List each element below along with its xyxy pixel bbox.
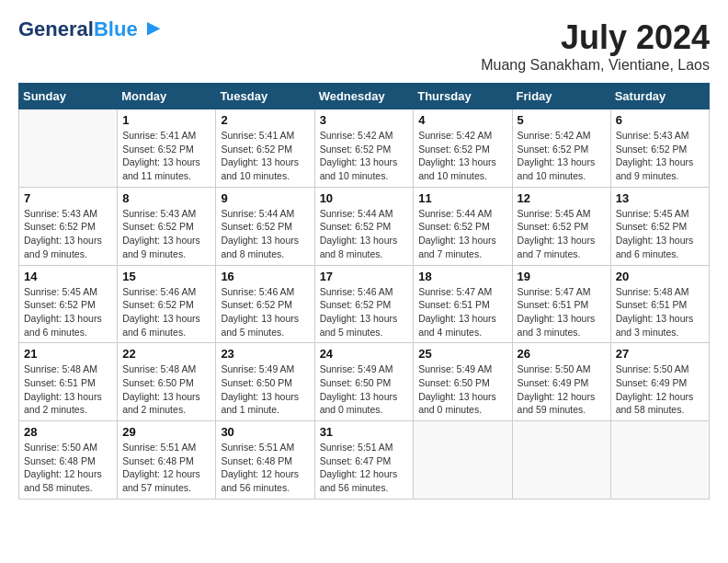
day-info: Sunrise: 5:49 AMSunset: 6:50 PMDaylight:…	[221, 362, 309, 417]
day-info: Sunrise: 5:44 AMSunset: 6:52 PMDaylight:…	[320, 207, 409, 261]
calendar-cell: 21Sunrise: 5:48 AMSunset: 6:51 PMDayligh…	[19, 343, 118, 421]
calendar-cell	[610, 421, 709, 500]
day-info: Sunrise: 5:41 AMSunset: 6:52 PMDaylight:…	[122, 129, 210, 183]
calendar-cell: 25Sunrise: 5:49 AMSunset: 6:50 PMDayligh…	[414, 343, 512, 421]
day-info: Sunrise: 5:44 AMSunset: 6:52 PMDaylight:…	[418, 207, 506, 261]
day-info: Sunrise: 5:49 AMSunset: 6:50 PMDaylight:…	[320, 362, 409, 417]
day-number: 13	[616, 191, 704, 205]
calendar-cell: 11Sunrise: 5:44 AMSunset: 6:52 PMDayligh…	[414, 187, 512, 265]
calendar-cell: 14Sunrise: 5:45 AMSunset: 6:52 PMDayligh…	[19, 265, 118, 343]
day-info: Sunrise: 5:43 AMSunset: 6:52 PMDaylight:…	[616, 129, 704, 183]
calendar-header-row: SundayMondayTuesdayWednesdayThursdayFrid…	[19, 84, 710, 109]
day-info: Sunrise: 5:51 AMSunset: 6:48 PMDaylight:…	[122, 441, 210, 495]
page-header: GeneralBlue July 2024 Muang Sanakham, Vi…	[18, 18, 710, 74]
location: Muang Sanakham, Vientiane, Laos	[481, 57, 710, 74]
day-number: 14	[24, 270, 112, 283]
day-info: Sunrise: 5:46 AMSunset: 6:52 PMDaylight:…	[320, 285, 409, 339]
day-number: 10	[320, 191, 409, 205]
calendar-cell: 19Sunrise: 5:47 AMSunset: 6:51 PMDayligh…	[512, 265, 610, 343]
day-info: Sunrise: 5:41 AMSunset: 6:52 PMDaylight:…	[221, 129, 309, 183]
calendar-cell	[19, 109, 118, 188]
day-number: 4	[418, 113, 506, 127]
logo-text: GeneralBlue	[18, 18, 138, 40]
day-info: Sunrise: 5:43 AMSunset: 6:52 PMDaylight:…	[24, 207, 112, 261]
calendar-week-5: 28Sunrise: 5:50 AMSunset: 6:48 PMDayligh…	[19, 421, 710, 500]
calendar-cell: 13Sunrise: 5:45 AMSunset: 6:52 PMDayligh…	[610, 187, 709, 265]
day-number: 11	[418, 191, 506, 205]
weekday-header-sunday: Sunday	[19, 84, 118, 109]
weekday-header-saturday: Saturday	[610, 84, 709, 109]
calendar-cell: 31Sunrise: 5:51 AMSunset: 6:47 PMDayligh…	[314, 421, 414, 500]
calendar-cell: 20Sunrise: 5:48 AMSunset: 6:51 PMDayligh…	[610, 265, 709, 343]
calendar-cell: 4Sunrise: 5:42 AMSunset: 6:52 PMDaylight…	[414, 109, 512, 188]
day-info: Sunrise: 5:47 AMSunset: 6:51 PMDaylight:…	[518, 285, 606, 339]
calendar-cell: 8Sunrise: 5:43 AMSunset: 6:52 PMDaylight…	[118, 187, 216, 265]
day-number: 31	[320, 425, 409, 439]
day-info: Sunrise: 5:43 AMSunset: 6:52 PMDaylight:…	[122, 207, 210, 261]
day-info: Sunrise: 5:45 AMSunset: 6:52 PMDaylight:…	[24, 285, 112, 339]
day-info: Sunrise: 5:42 AMSunset: 6:52 PMDaylight:…	[418, 129, 506, 183]
calendar-cell: 1Sunrise: 5:41 AMSunset: 6:52 PMDaylight…	[118, 109, 216, 188]
calendar-week-4: 21Sunrise: 5:48 AMSunset: 6:51 PMDayligh…	[19, 343, 710, 421]
calendar-cell: 15Sunrise: 5:46 AMSunset: 6:52 PMDayligh…	[118, 265, 216, 343]
day-number: 29	[122, 425, 210, 439]
calendar-cell: 22Sunrise: 5:48 AMSunset: 6:50 PMDayligh…	[118, 343, 216, 421]
day-info: Sunrise: 5:46 AMSunset: 6:52 PMDaylight:…	[122, 285, 210, 339]
day-info: Sunrise: 5:50 AMSunset: 6:48 PMDaylight:…	[24, 441, 112, 495]
day-number: 28	[24, 425, 112, 439]
calendar-cell: 18Sunrise: 5:47 AMSunset: 6:51 PMDayligh…	[414, 265, 512, 343]
day-info: Sunrise: 5:50 AMSunset: 6:49 PMDaylight:…	[518, 362, 606, 417]
day-info: Sunrise: 5:51 AMSunset: 6:48 PMDaylight:…	[221, 441, 309, 495]
day-number: 9	[221, 191, 309, 205]
calendar-cell: 7Sunrise: 5:43 AMSunset: 6:52 PMDaylight…	[19, 187, 118, 265]
calendar-cell: 27Sunrise: 5:50 AMSunset: 6:49 PMDayligh…	[610, 343, 709, 421]
calendar-cell: 17Sunrise: 5:46 AMSunset: 6:52 PMDayligh…	[314, 265, 414, 343]
day-number: 12	[518, 191, 606, 205]
day-number: 16	[221, 270, 309, 283]
calendar-week-3: 14Sunrise: 5:45 AMSunset: 6:52 PMDayligh…	[19, 265, 710, 343]
calendar-body: 1Sunrise: 5:41 AMSunset: 6:52 PMDaylight…	[19, 109, 710, 500]
day-info: Sunrise: 5:48 AMSunset: 6:51 PMDaylight:…	[616, 285, 704, 339]
calendar-cell	[414, 421, 512, 500]
day-info: Sunrise: 5:49 AMSunset: 6:50 PMDaylight:…	[418, 362, 506, 417]
weekday-header-wednesday: Wednesday	[314, 84, 414, 109]
calendar-cell: 2Sunrise: 5:41 AMSunset: 6:52 PMDaylight…	[216, 109, 314, 188]
day-number: 3	[320, 113, 409, 127]
day-number: 19	[518, 270, 606, 283]
day-number: 22	[122, 347, 210, 361]
day-number: 15	[122, 270, 210, 283]
calendar-cell: 6Sunrise: 5:43 AMSunset: 6:52 PMDaylight…	[610, 109, 709, 188]
calendar-cell: 30Sunrise: 5:51 AMSunset: 6:48 PMDayligh…	[216, 421, 314, 500]
calendar-cell: 29Sunrise: 5:51 AMSunset: 6:48 PMDayligh…	[118, 421, 216, 500]
day-info: Sunrise: 5:47 AMSunset: 6:51 PMDaylight:…	[418, 285, 506, 339]
day-number: 17	[320, 270, 409, 283]
day-info: Sunrise: 5:50 AMSunset: 6:49 PMDaylight:…	[616, 362, 704, 417]
day-number: 18	[418, 270, 506, 283]
day-number: 5	[518, 113, 606, 127]
day-number: 6	[616, 113, 704, 127]
weekday-header-thursday: Thursday	[414, 84, 512, 109]
calendar-cell: 23Sunrise: 5:49 AMSunset: 6:50 PMDayligh…	[216, 343, 314, 421]
calendar-cell: 3Sunrise: 5:42 AMSunset: 6:52 PMDaylight…	[314, 109, 414, 188]
weekday-header-tuesday: Tuesday	[216, 84, 314, 109]
day-number: 7	[24, 191, 112, 205]
calendar-cell: 26Sunrise: 5:50 AMSunset: 6:49 PMDayligh…	[512, 343, 610, 421]
calendar-cell: 28Sunrise: 5:50 AMSunset: 6:48 PMDayligh…	[19, 421, 118, 500]
day-info: Sunrise: 5:51 AMSunset: 6:47 PMDaylight:…	[320, 441, 409, 495]
title-block: July 2024 Muang Sanakham, Vientiane, Lao…	[481, 18, 710, 74]
day-number: 20	[616, 270, 704, 283]
day-info: Sunrise: 5:45 AMSunset: 6:52 PMDaylight:…	[518, 207, 606, 261]
weekday-header-monday: Monday	[118, 84, 216, 109]
day-info: Sunrise: 5:42 AMSunset: 6:52 PMDaylight:…	[320, 129, 409, 183]
day-number: 1	[122, 113, 210, 127]
calendar-cell	[512, 421, 610, 500]
svg-marker-0	[147, 22, 160, 35]
day-number: 30	[221, 425, 309, 439]
day-number: 24	[320, 347, 409, 361]
month-title: July 2024	[481, 18, 710, 57]
calendar-week-2: 7Sunrise: 5:43 AMSunset: 6:52 PMDaylight…	[19, 187, 710, 265]
day-number: 23	[221, 347, 309, 361]
day-number: 2	[221, 113, 309, 127]
calendar-cell: 12Sunrise: 5:45 AMSunset: 6:52 PMDayligh…	[512, 187, 610, 265]
calendar-cell: 10Sunrise: 5:44 AMSunset: 6:52 PMDayligh…	[314, 187, 414, 265]
